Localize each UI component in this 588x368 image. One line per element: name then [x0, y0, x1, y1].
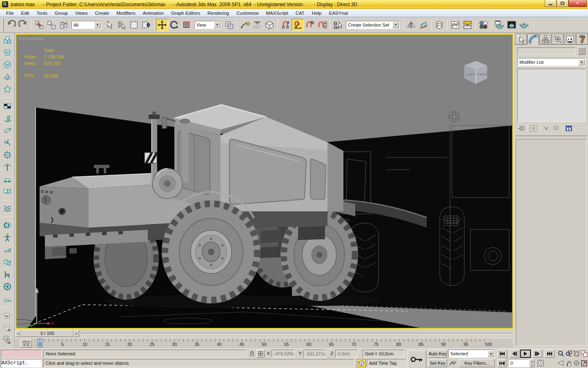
- weathervane-icon[interactable]: [2, 162, 13, 172]
- key-mode-toggle-icon[interactable]: [497, 359, 506, 367]
- add-time-tag-field[interactable]: Add Time Tag: [367, 359, 406, 367]
- menu-item[interactable]: Tools: [33, 9, 51, 17]
- go-to-end-button[interactable]: [545, 350, 555, 358]
- render-setup-icon[interactable]: [493, 19, 506, 31]
- maximize-viewport-toggle-icon[interactable]: [580, 359, 588, 367]
- current-frame-field[interactable]: 0: [508, 359, 529, 367]
- quick-render-icon[interactable]: [518, 19, 530, 31]
- object-color-swatch[interactable]: [578, 47, 586, 55]
- bind-to-spacewarp-icon[interactable]: [58, 19, 70, 31]
- percent-snap-icon[interactable]: %: [304, 19, 316, 31]
- tab-utilities[interactable]: [576, 34, 588, 45]
- dice-icon[interactable]: [2, 257, 13, 267]
- make-unique-icon[interactable]: [543, 125, 550, 132]
- spinning-top-icon[interactable]: [2, 72, 13, 82]
- fan-icon[interactable]: [2, 138, 13, 148]
- curve-editor-icon[interactable]: [449, 19, 461, 31]
- toolbar-grip[interactable]: [2, 19, 4, 31]
- timeline-ruler[interactable]: 0510152025303540455055606570758085909510…: [35, 338, 496, 349]
- perspective-viewport[interactable]: Perspective Total Polys:1 134 099 Verts:…: [16, 34, 513, 329]
- chisel-icon[interactable]: [2, 126, 13, 135]
- selected-filter-dropdown[interactable]: Selected ▼: [448, 350, 495, 358]
- shirt-m-icon[interactable]: M: [2, 311, 13, 321]
- ball-m-icon[interactable]: M: [2, 323, 13, 333]
- object-name-field[interactable]: [517, 47, 575, 55]
- previous-frame-button[interactable]: [510, 350, 519, 358]
- viewcube-left-label[interactable]: LEFT: [466, 72, 476, 76]
- rectangular-selection-icon[interactable]: [128, 19, 140, 31]
- named-selection-sets-icon[interactable]: {}ABC: [332, 19, 344, 31]
- figure-icon[interactable]: [2, 233, 13, 242]
- arc-rotate-icon[interactable]: [572, 359, 580, 367]
- zoom-extents-all-icon[interactable]: [580, 350, 588, 358]
- ball-icon[interactable]: [2, 60, 13, 70]
- spiral-m-icon[interactable]: M: [2, 335, 13, 345]
- use-pivot-center-icon[interactable]: [223, 19, 235, 31]
- select-and-scale-icon[interactable]: [180, 19, 193, 31]
- next-frame-button[interactable]: [532, 350, 542, 358]
- material-editor-icon[interactable]: [477, 19, 490, 31]
- shirt-c-icon[interactable]: C: [2, 47, 13, 57]
- angle-snap-icon[interactable]: [292, 19, 304, 31]
- absolute-offset-toggle-icon[interactable]: [256, 350, 265, 358]
- frame-spinner[interactable]: ▲▼: [530, 359, 535, 367]
- key-filters-button[interactable]: Key Filters...: [459, 359, 495, 367]
- redo-icon[interactable]: [17, 19, 29, 31]
- maximize-button[interactable]: [557, 0, 568, 7]
- mirror-icon[interactable]: [405, 19, 417, 31]
- select-and-rotate-icon[interactable]: [168, 19, 180, 31]
- named-selection-set-dropdown[interactable]: Create Selection Set ▼: [346, 21, 400, 29]
- boxes-icon[interactable]: [2, 187, 13, 197]
- remove-modifier-icon[interactable]: [552, 125, 560, 132]
- pan-hand-icon[interactable]: [565, 359, 572, 367]
- menu-item[interactable]: Graph Editors: [167, 9, 204, 17]
- time-configuration-icon[interactable]: [536, 359, 545, 367]
- viewcube-front-label[interactable]: FRONT: [477, 72, 490, 76]
- x-coord-field[interactable]: -476,529cm: [272, 350, 294, 358]
- chair-icon[interactable]: [2, 269, 13, 279]
- menu-item[interactable]: Animation: [139, 9, 167, 17]
- menu-item[interactable]: Views: [71, 9, 91, 17]
- menu-item[interactable]: Edit: [18, 9, 33, 17]
- wedge-icon[interactable]: [2, 245, 13, 255]
- select-object-icon[interactable]: [103, 19, 116, 31]
- set-key-button[interactable]: Set Key: [428, 359, 447, 367]
- select-and-move-icon[interactable]: [156, 19, 168, 31]
- mini-curve-editor-button[interactable]: [20, 339, 32, 348]
- cubes-icon[interactable]: [2, 35, 13, 45]
- layer-manager-icon[interactable]: [433, 19, 445, 31]
- select-and-link-icon[interactable]: [33, 19, 45, 31]
- viewport-scene[interactable]: [16, 35, 512, 328]
- menu-item[interactable]: CAT: [292, 9, 308, 17]
- key-filters-curve-icon[interactable]: [448, 359, 457, 367]
- y-coord-field[interactable]: -611,371cm: [303, 350, 326, 358]
- z-coord-field[interactable]: 0,0cm: [335, 350, 358, 358]
- isolate-cube-icon[interactable]: [357, 359, 366, 367]
- menu-item[interactable]: Customize: [233, 9, 262, 17]
- zoom-all-icon[interactable]: [565, 350, 572, 358]
- selection-lock-icon[interactable]: [248, 350, 256, 358]
- view-cube[interactable]: LEFT FRONT: [461, 58, 491, 86]
- next-frame-arrow[interactable]: >: [74, 330, 79, 337]
- menu-item[interactable]: Help: [308, 9, 325, 17]
- wheel-icon[interactable]: [2, 282, 13, 292]
- coord-system-dropdown[interactable]: View ▼: [194, 21, 221, 29]
- zoom-icon[interactable]: [557, 350, 565, 358]
- schematic-view-icon[interactable]: [461, 19, 474, 31]
- undo-icon[interactable]: [5, 19, 17, 31]
- field-of-view-icon[interactable]: [557, 359, 565, 367]
- close-button[interactable]: ×: [568, 0, 587, 7]
- go-to-start-button[interactable]: [497, 350, 507, 358]
- modifier-list-dropdown[interactable]: Modifier List ▼: [517, 58, 586, 66]
- menu-item[interactable]: Modifiers: [113, 9, 139, 17]
- snap-target-icon[interactable]: [263, 19, 276, 31]
- modifier-stack[interactable]: [517, 69, 586, 122]
- unlink-selection-icon[interactable]: [45, 19, 58, 31]
- knot-icon[interactable]: [2, 220, 13, 230]
- car-icon[interactable]: [2, 175, 13, 184]
- menu-item[interactable]: EASYnat: [325, 9, 352, 17]
- show-end-result-icon[interactable]: [530, 125, 537, 132]
- tab-hierarchy[interactable]: [539, 34, 551, 45]
- checker-box-icon[interactable]: [2, 101, 13, 111]
- previous-frame-arrow[interactable]: <: [16, 330, 21, 337]
